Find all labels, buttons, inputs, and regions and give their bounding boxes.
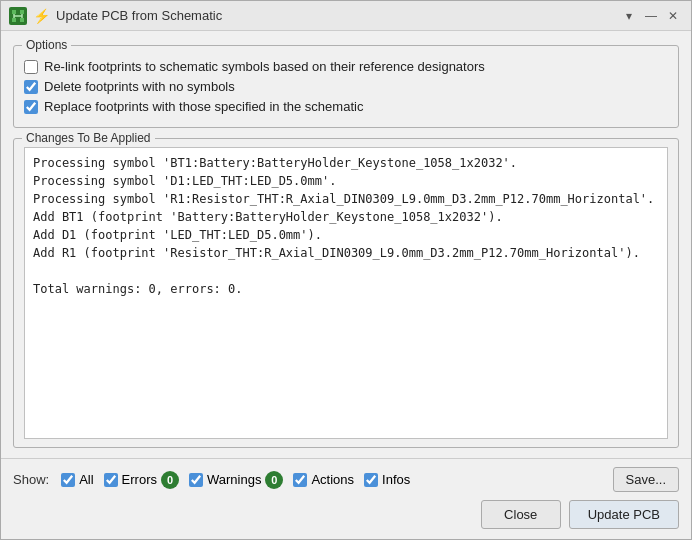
show-filters: Show: All Errors 0 Warnings 0 Actions (13, 471, 410, 489)
content-area: Options Re-link footprints to schematic … (1, 31, 691, 458)
replace-checkbox[interactable] (24, 100, 38, 114)
filter-actions-label: Actions (311, 472, 354, 487)
main-window: ⚡ Update PCB from Schematic ▾ — ✕ Option… (0, 0, 692, 540)
filter-infos-label: Infos (382, 472, 410, 487)
log-line: Processing symbol 'BT1:Battery:BatteryHo… (33, 154, 659, 172)
window-title: Update PCB from Schematic (56, 8, 222, 23)
footer-buttons: Close Update PCB (1, 500, 691, 539)
close-button-footer[interactable]: Close (481, 500, 561, 529)
warnings-badge: 0 (265, 471, 283, 489)
filter-warnings-label: Warnings (207, 472, 261, 487)
filter-actions-checkbox[interactable] (293, 473, 307, 487)
delete-label: Delete footprints with no symbols (44, 79, 235, 94)
filter-errors: Errors 0 (104, 471, 179, 489)
log-line: Total warnings: 0, errors: 0. (33, 280, 659, 298)
filter-all-label: All (79, 472, 93, 487)
svg-rect-4 (20, 18, 24, 22)
app-icon (9, 7, 27, 25)
delete-checkbox[interactable] (24, 80, 38, 94)
save-button[interactable]: Save... (613, 467, 679, 492)
log-line: Add D1 (footprint 'LED_THT:LED_D5.0mm'). (33, 226, 659, 244)
filter-warnings-checkbox[interactable] (189, 473, 203, 487)
changes-group-label: Changes To Be Applied (22, 131, 155, 145)
minimize-button[interactable]: — (641, 6, 661, 26)
filter-errors-checkbox[interactable] (104, 473, 118, 487)
log-line: Add R1 (footprint 'Resistor_THT:R_Axial_… (33, 244, 659, 262)
log-line: Add BT1 (footprint 'Battery:BatteryHolde… (33, 208, 659, 226)
titlebar-left: ⚡ Update PCB from Schematic (9, 7, 222, 25)
chevron-down-button[interactable]: ▾ (619, 6, 639, 26)
changes-group: Changes To Be Applied Processing symbol … (13, 138, 679, 448)
filter-infos-checkbox[interactable] (364, 473, 378, 487)
bottom-bar: Show: All Errors 0 Warnings 0 Actions (1, 458, 691, 500)
titlebar-icon-secondary: ⚡ (33, 8, 50, 24)
log-line: Processing symbol 'R1:Resistor_THT:R_Axi… (33, 190, 659, 208)
close-button[interactable]: ✕ (663, 6, 683, 26)
filter-errors-label: Errors (122, 472, 157, 487)
svg-rect-2 (20, 10, 24, 14)
log-line: Processing symbol 'D1:LED_THT:LED_D5.0mm… (33, 172, 659, 190)
svg-rect-1 (12, 10, 16, 14)
option-delete-row: Delete footprints with no symbols (24, 79, 668, 94)
options-group-label: Options (22, 38, 71, 52)
replace-label: Replace footprints with those specified … (44, 99, 363, 114)
filter-actions: Actions (293, 472, 354, 487)
option-replace-row: Replace footprints with those specified … (24, 99, 668, 114)
titlebar: ⚡ Update PCB from Schematic ▾ — ✕ (1, 1, 691, 31)
relink-label: Re-link footprints to schematic symbols … (44, 59, 485, 74)
relink-checkbox[interactable] (24, 60, 38, 74)
errors-badge: 0 (161, 471, 179, 489)
filter-infos: Infos (364, 472, 410, 487)
show-label: Show: (13, 472, 49, 487)
svg-rect-3 (12, 18, 16, 22)
log-line (33, 262, 659, 280)
log-area[interactable]: Processing symbol 'BT1:Battery:BatteryHo… (24, 147, 668, 439)
option-relink-row: Re-link footprints to schematic symbols … (24, 59, 668, 74)
filter-warnings: Warnings 0 (189, 471, 283, 489)
options-group: Options Re-link footprints to schematic … (13, 45, 679, 128)
filter-all-checkbox[interactable] (61, 473, 75, 487)
titlebar-controls: ▾ — ✕ (619, 6, 683, 26)
update-pcb-button[interactable]: Update PCB (569, 500, 679, 529)
filter-all: All (61, 472, 93, 487)
